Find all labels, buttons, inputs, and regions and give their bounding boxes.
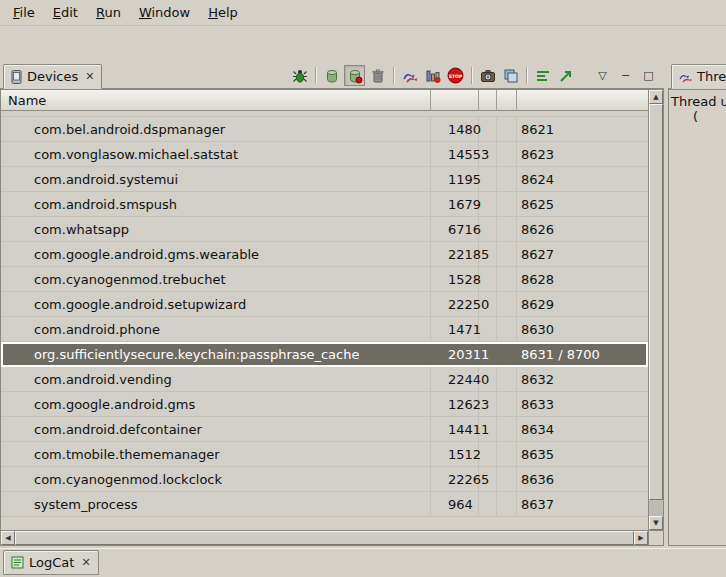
debug-process-icon[interactable] [289,65,310,86]
column-spacer [479,242,497,266]
menu-help[interactable]: Help [199,2,247,23]
device-table-header: Name [1,90,648,111]
process-pid: 964 [431,492,479,516]
column-spacer [479,392,497,416]
process-pid: 20311 [431,342,479,366]
cause-gc-icon[interactable] [367,65,388,86]
column-header-port [517,90,648,111]
threads-icon [679,70,692,83]
table-row[interactable]: com.google.android.setupwizard222508629 [1,292,648,317]
column-spacer [497,392,517,416]
threads-message-line1: Thread up [671,94,724,109]
table-row[interactable]: com.android.smspush16798625 [1,192,648,217]
column-spacer [497,342,517,366]
vertical-scroll-thumb[interactable] [649,104,663,500]
table-row[interactable]: com.android.phone14718630 [1,317,648,342]
vertical-scroll-track[interactable] [649,500,663,516]
devices-tab-bar: Devices ✕ [0,62,664,89]
tab-threads[interactable]: Threads ✕ [671,64,726,89]
column-spacer [479,267,497,291]
process-pid: 22265 [431,467,479,491]
scroll-down-icon[interactable]: ▼ [649,516,663,530]
scroll-right-icon[interactable]: ▶ [634,531,648,545]
scroll-up-icon[interactable]: ▲ [649,90,663,104]
threads-view: Threads ✕ Thread up ( [668,62,726,546]
tab-logcat[interactable]: LogCat ✕ [3,550,99,575]
devices-toolbar: STOP [289,65,659,86]
table-row[interactable]: com.android.systemui11958624 [1,167,648,192]
start-opengl-trace-icon[interactable] [555,65,576,86]
view-menu-icon[interactable]: ▽ [592,65,613,86]
column-spacer [497,267,517,291]
column-spacer [479,442,497,466]
table-row[interactable]: com.whatsapp67168626 [1,217,648,242]
column-spacer [497,467,517,491]
table-row[interactable]: com.cyanogenmod.lockclock222658636 [1,467,648,492]
process-port: 8632 [517,367,648,391]
dump-view-hierarchy-icon[interactable] [500,65,521,86]
close-icon[interactable]: ✕ [81,556,90,569]
column-spacer [479,317,497,341]
column-spacer [497,167,517,191]
column-spacer [479,292,497,316]
process-port: 8625 [517,192,648,216]
table-row[interactable]: com.android.defcontainer144118634 [1,417,648,442]
menu-window[interactable]: Window [130,2,199,23]
table-row[interactable]: com.android.vending224408632 [1,367,648,392]
update-heap-icon[interactable] [321,65,342,86]
close-icon[interactable]: ✕ [85,70,94,83]
table-row[interactable]: org.sufficientlysecure.keychain:passphra… [1,342,648,367]
process-name: com.android.defcontainer [1,417,431,441]
process-name: com.cyanogenmod.lockclock [1,467,431,491]
table-row[interactable]: com.tmobile.thememanager15128635 [1,442,648,467]
capture-systrace-icon[interactable] [532,65,553,86]
stop-process-icon[interactable]: STOP [445,65,466,86]
menu-file[interactable]: File [4,2,44,23]
table-row[interactable]: com.cyanogenmod.trebuchet15288628 [1,267,648,292]
table-row[interactable]: com.google.android.gms.wearable221858627 [1,242,648,267]
column-spacer [497,217,517,241]
table-row[interactable]: com.vonglasow.michael.satstat145538623 [1,142,648,167]
process-port: 8624 [517,167,648,191]
process-port: 8628 [517,267,648,291]
process-pid: 22185 [431,242,479,266]
scroll-left-icon[interactable]: ◀ [1,531,15,545]
column-header-name[interactable]: Name [1,90,431,111]
devices-view: Devices ✕ [0,62,664,546]
process-pid: 1528 [431,267,479,291]
process-name: com.whatsapp [1,217,431,241]
column-spacer [479,492,497,516]
table-row[interactable]: com.bel.android.dspmanager14808621 [1,117,648,142]
update-threads-icon[interactable] [399,65,420,86]
column-spacer [479,367,497,391]
table-row[interactable]: com.google.android.gms126238633 [1,392,648,417]
dump-hprof-icon[interactable] [344,65,365,86]
horizontal-scrollbar[interactable]: ◀ ▶ [1,530,648,545]
process-port: 8637 [517,492,648,516]
column-spacer [479,117,497,141]
process-pid: 22440 [431,367,479,391]
vertical-scrollbar[interactable]: ▲ ▼ [648,90,663,530]
table-row[interactable]: system_process9648637 [1,492,648,517]
screen-capture-icon[interactable] [477,65,498,86]
maximize-icon[interactable]: □ [638,65,659,86]
process-port: 8621 [517,117,648,141]
process-name: com.tmobile.thememanager [1,442,431,466]
column-spacer [479,417,497,441]
process-name: com.android.vending [1,367,431,391]
menubar: FileEditRunWindowHelp [0,0,726,26]
horizontal-scroll-thumb[interactable] [15,531,634,545]
menu-edit[interactable]: Edit [44,2,87,23]
process-pid: 14553 [431,142,479,166]
process-port: 8633 [517,392,648,416]
tab-devices[interactable]: Devices ✕ [3,64,102,89]
start-method-profiling-icon[interactable] [422,65,443,86]
device-table-body: com.bel.android.dspmanager14808621com.vo… [1,111,648,530]
minimize-icon[interactable]: ─ [615,65,636,86]
process-port: 8626 [517,217,648,241]
column-spacer [497,417,517,441]
process-name: com.bel.android.dspmanager [1,117,431,141]
menu-run[interactable]: Run [87,2,130,23]
tab-threads-label: Threads [697,69,726,84]
column-spacer [497,242,517,266]
